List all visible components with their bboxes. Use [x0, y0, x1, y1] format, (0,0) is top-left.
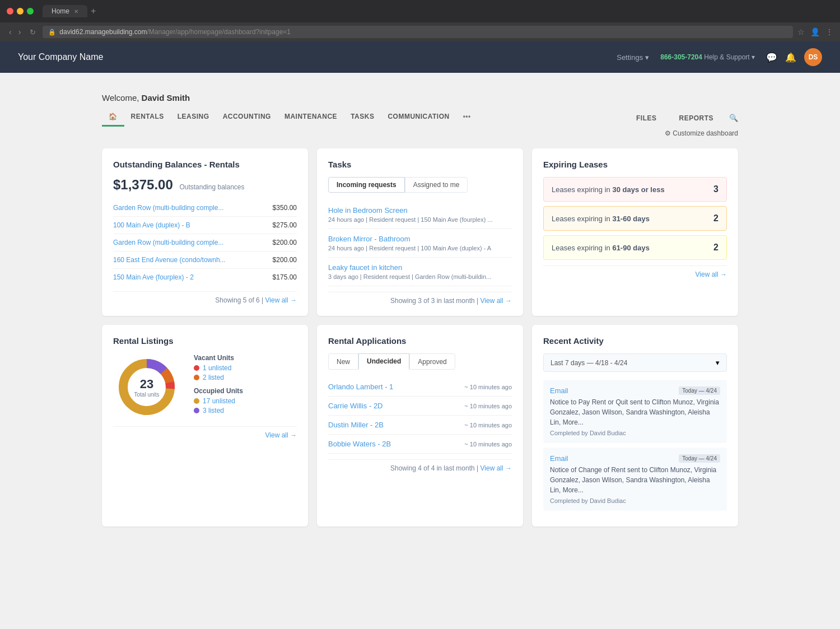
app-item-link[interactable]: Bobbie Waters - 2B — [328, 440, 391, 448]
refresh-button[interactable]: ↻ — [27, 27, 38, 38]
nav-item-communication[interactable]: COMMUNICATION — [381, 108, 456, 127]
task-title[interactable]: Broken Mirror - Bathroom — [328, 235, 512, 243]
task-title[interactable]: Hole in Bedroom Screen — [328, 206, 512, 215]
lease-item-90-days[interactable]: Leases expiring in 61-90 days 2 — [543, 235, 727, 260]
app-item-link[interactable]: Orlando Lambert - 1 — [328, 383, 393, 391]
balance-item-amount: $350.00 — [273, 204, 297, 212]
showing-text: Showing 5 of 6 | — [215, 296, 263, 304]
app-item: Orlando Lambert - 1 ~ 10 minutes ago — [328, 378, 512, 397]
bell-icon[interactable]: 🔔 — [785, 52, 796, 63]
legend-item-listed-vacant[interactable]: 2 listed — [194, 374, 243, 381]
tasks-title: Tasks — [328, 160, 512, 169]
tasks-view-all[interactable]: View all → — [480, 297, 512, 305]
main-content: Welcome, David Smith 🏠 RENTALS LEASING A… — [84, 84, 756, 544]
support-number: 866-305-7204 — [660, 53, 702, 61]
tab-undecided[interactable]: Undecided — [358, 353, 409, 370]
legend-label: 3 listed — [203, 407, 224, 414]
menu-icon[interactable]: ⋮ — [825, 27, 833, 36]
avatar[interactable]: DS — [804, 48, 822, 66]
address-bar[interactable]: 🔒 david62.managebuilding.com /Manager/ap… — [43, 26, 793, 38]
app-item-time: ~ 10 minutes ago — [464, 384, 512, 390]
account-icon[interactable]: 👤 — [810, 27, 820, 36]
nav-item-tasks[interactable]: TASKS — [344, 108, 381, 127]
donut-section: 23 Total units Vacant Units 1 unlisted — [113, 353, 297, 421]
balance-total: $1,375.00 — [113, 177, 173, 193]
maximize-traffic-light[interactable] — [27, 8, 34, 15]
nav-bar: ‹ › ↻ 🔒 david62.managebuilding.com /Mana… — [0, 22, 840, 41]
outstanding-balances-view-all[interactable]: View all → — [265, 296, 297, 304]
tab-incoming-requests[interactable]: Incoming requests — [328, 177, 405, 193]
activity-type[interactable]: Email — [550, 386, 568, 395]
applications-view-all[interactable]: View all → — [480, 464, 512, 472]
forward-button[interactable]: › — [16, 26, 24, 38]
tab-assigned-to-me[interactable]: Assigned to me — [405, 177, 468, 193]
task-item: Leaky faucet in kitchen 3 days ago | Res… — [328, 258, 512, 286]
nav-item-home[interactable]: 🏠 — [102, 108, 124, 127]
star-icon[interactable]: ☆ — [797, 27, 805, 36]
settings-button[interactable]: Settings ▾ — [617, 53, 649, 62]
close-traffic-light[interactable] — [7, 8, 13, 15]
balance-item-link[interactable]: Garden Row (multi-building comple... — [113, 239, 223, 246]
nav-item-rentals[interactable]: RENTALS — [124, 108, 171, 127]
balance-item-link[interactable]: 160 East End Avenue (condo/townh... — [113, 256, 226, 264]
rental-listings-view-all[interactable]: View all → — [265, 431, 297, 439]
rental-listings-footer: View all → — [113, 426, 297, 439]
nav-arrows: ‹ › — [7, 26, 23, 38]
donut-chart: 23 Total units — [113, 353, 180, 421]
activity-type[interactable]: Email — [550, 454, 568, 463]
legend-item-listed-occupied[interactable]: 3 listed — [194, 407, 243, 414]
activity-date: Today — 4/24 — [679, 386, 720, 395]
home-tab[interactable]: Home ✕ — [43, 5, 87, 17]
legend-dot-orange — [194, 375, 199, 380]
search-icon[interactable]: 🔍 — [729, 114, 738, 122]
activity-filter-dropdown[interactable]: Last 7 days — 4/18 - 4/24 ▾ — [543, 353, 727, 372]
activity-completed-by: Completed by David Budiac — [550, 497, 720, 504]
legend-item-unlisted-vacant[interactable]: 1 unlisted — [194, 364, 243, 372]
nav-item-reports[interactable]: REPORTS — [672, 110, 720, 127]
chat-icon[interactable]: 💬 — [766, 52, 777, 63]
tab-new[interactable]: New — [328, 353, 358, 370]
lease-item-30-days[interactable]: Leases expiring in 30 days or less 3 — [543, 177, 727, 202]
nav-icons: ☆ 👤 ⋮ — [797, 27, 833, 36]
outstanding-balances-card: Outstanding Balances - Rentals $1,375.00… — [102, 148, 308, 316]
balance-item: 100 Main Ave (duplex) - B $275.00 — [113, 217, 297, 234]
filter-label: Last 7 days — 4/18 - 4/24 — [550, 359, 627, 367]
rental-listings-title: Rental Listings — [113, 336, 297, 346]
tab-close-icon[interactable]: ✕ — [74, 8, 78, 15]
tab-approved[interactable]: Approved — [409, 353, 455, 370]
nav-item-accounting[interactable]: ACCOUNTING — [216, 108, 278, 127]
balance-item-link[interactable]: 150 Main Ave (fourplex) - 2 — [113, 273, 194, 281]
browser-chrome: Home ✕ + — [0, 0, 840, 22]
company-name: Your Company Name — [18, 52, 103, 62]
lease-label-30: Leases expiring in 30 days or less — [552, 185, 665, 194]
customize-dashboard-link[interactable]: ⚙ Customize dashboard — [665, 129, 738, 137]
minimize-traffic-light[interactable] — [17, 8, 24, 15]
nav-item-maintenance[interactable]: MAINTENANCE — [278, 108, 344, 127]
app-item: Dustin Miller - 2B ~ 10 minutes ago — [328, 416, 512, 435]
tab-title: Home — [52, 7, 69, 15]
expiring-leases-view-all[interactable]: View all → — [696, 271, 727, 278]
legend-item-unlisted-occupied[interactable]: 17 unlisted — [194, 397, 243, 405]
balance-item: Garden Row (multi-building comple... $20… — [113, 234, 297, 251]
support-info: 866-305-7204 Help & Support ▾ — [660, 53, 755, 61]
nav-item-leasing[interactable]: LEASING — [171, 108, 216, 127]
lease-count-60: 2 — [713, 213, 718, 223]
header-right: Settings ▾ 866-305-7204 Help & Support ▾… — [617, 48, 822, 66]
nav-item-more[interactable]: ••• — [456, 108, 478, 127]
activity-item: Email Today — 4/24 Notice of Change of R… — [543, 448, 727, 511]
balance-item-link[interactable]: Garden Row (multi-building comple... — [113, 204, 223, 212]
app-item-link[interactable]: Carrie Willis - 2D — [328, 402, 383, 410]
back-button[interactable]: ‹ — [7, 26, 14, 38]
legend-label: 2 listed — [203, 374, 224, 381]
task-title[interactable]: Leaky faucet in kitchen — [328, 263, 512, 272]
task-item: Hole in Bedroom Screen 24 hours ago | Re… — [328, 201, 512, 229]
donut-label: Total units — [134, 392, 159, 398]
new-tab-button[interactable]: + — [91, 6, 96, 16]
lease-item-60-days[interactable]: Leases expiring in 31-60 days 2 — [543, 206, 727, 231]
balance-item-link[interactable]: 100 Main Ave (duplex) - B — [113, 221, 190, 229]
activity-header: Email Today — 4/24 — [550, 386, 720, 395]
app-item-link[interactable]: Dustin Miller - 2B — [328, 421, 384, 429]
activity-date: Today — 4/24 — [679, 454, 720, 463]
nav-item-files[interactable]: FILES — [629, 110, 664, 127]
chevron-down-icon: ▾ — [716, 358, 720, 367]
